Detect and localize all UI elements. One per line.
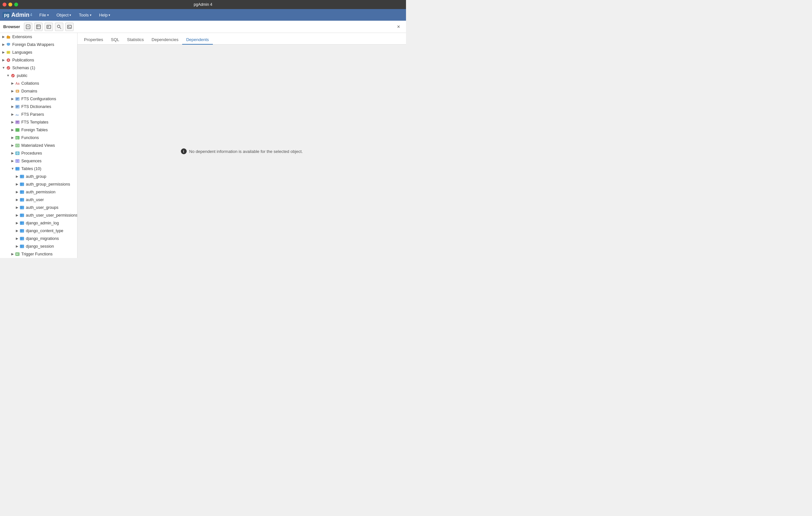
tree-item-auth-permission[interactable]: ▶ auth_permission — [0, 188, 77, 196]
svg-text:Aa: Aa — [16, 82, 20, 85]
maximize-window-button[interactable] — [14, 3, 18, 6]
extensions-label: Extensions — [12, 34, 32, 40]
info-icon: i — [181, 148, 187, 154]
titlebar: pgAdmin 4 — [0, 0, 406, 9]
toggle-foreign-tables: ▶ — [10, 127, 15, 133]
menu-help[interactable]: Help ▾ — [96, 11, 114, 19]
menu-object[interactable]: Object ▾ — [53, 11, 75, 19]
schemas-label: Schemas (1) — [12, 65, 35, 71]
toggle-django-admin-log: ▶ — [15, 220, 19, 226]
svg-rect-65 — [20, 206, 24, 209]
svg-rect-74 — [20, 229, 24, 233]
tree-item-languages[interactable]: ▶ Languages — [0, 49, 77, 56]
tree-item-functions[interactable]: ▶ f() Functions — [0, 134, 77, 142]
tree-item-auth-group[interactable]: ▶ auth_group — [0, 173, 77, 181]
tree-item-matviews[interactable]: ▶ Materialized Views — [0, 142, 77, 150]
minimize-window-button[interactable] — [8, 3, 12, 6]
toggle-fdw: ▶ — [1, 42, 6, 47]
svg-point-9 — [57, 25, 60, 27]
auth-user-perms-label: auth_user_user_permissions — [26, 212, 78, 219]
search-button[interactable] — [55, 23, 63, 31]
toggle-publications: ▶ — [1, 58, 6, 63]
tree-item-auth-user-perms[interactable]: ▶ auth_user_user_permissions — [0, 212, 77, 219]
auth-user-label: auth_user — [26, 196, 44, 203]
fdw-label: Foreign Data Wrappers — [12, 42, 54, 48]
close-window-button[interactable] — [3, 3, 6, 6]
traffic-lights — [3, 3, 18, 6]
svg-rect-59 — [20, 190, 24, 194]
tree-item-collations[interactable]: ▶ Aa Collations — [0, 80, 77, 87]
svg-rect-56 — [20, 183, 24, 186]
tree-item-auth-user[interactable]: ▶ auth_user — [0, 196, 77, 204]
tree-item-trigger-functions[interactable]: ▶ Trigger Functions — [0, 250, 77, 258]
close-button[interactable]: × — [395, 23, 403, 31]
tables-icon — [15, 166, 20, 171]
tab-dependents[interactable]: Dependents — [182, 35, 212, 45]
menubar: pg Admin 4 File ▾ Object ▾ Tools ▾ Help … — [0, 9, 406, 21]
toggle-languages: ▶ — [1, 50, 6, 55]
tab-sql[interactable]: SQL — [107, 35, 123, 45]
search-icon — [57, 25, 61, 29]
tree-item-sequences[interactable]: ▶ 1..3 Sequences — [0, 157, 77, 165]
tree-item-foreign-tables[interactable]: ▶ Foreign Tables — [0, 126, 77, 134]
object-button[interactable] — [24, 23, 32, 31]
toggle-collations: ▶ — [10, 81, 15, 86]
sql-button[interactable] — [45, 23, 53, 31]
tree-item-fts-config[interactable]: ▶ FTS Configurations — [0, 95, 77, 103]
tab-dependencies[interactable]: Dependencies — [148, 35, 182, 45]
toggle-fts-config: ▶ — [10, 96, 15, 102]
toggle-fts-parsers: ▶ — [10, 112, 15, 117]
table-view-button[interactable] — [34, 23, 42, 31]
tab-properties[interactable]: Properties — [80, 35, 107, 45]
tree-item-auth-user-groups[interactable]: ▶ auth_user_groups — [0, 204, 77, 212]
toggle-auth-permission: ▶ — [15, 189, 19, 195]
tree-item-publications[interactable]: ▶ Publications — [0, 56, 77, 64]
no-info-text: No dependent information is available fo… — [189, 149, 303, 154]
browser-tree: ▶ Extensions ▶ Foreign Data Wrappers ▶ L… — [0, 33, 78, 258]
tree-item-procedures[interactable]: ▶ Procedures — [0, 150, 77, 157]
functions-icon: f() — [15, 135, 20, 140]
django-session-icon — [19, 244, 25, 249]
django-content-type-label: django_content_type — [26, 227, 63, 234]
menu-file[interactable]: File ▾ — [36, 11, 52, 19]
auth-user-perms-icon — [19, 213, 25, 218]
terminal-button[interactable] — [65, 23, 74, 31]
svg-text:1..3: 1..3 — [16, 160, 19, 162]
tree-item-auth-group-perms[interactable]: ▶ auth_group_permissions — [0, 181, 77, 188]
tree-item-django-migrations[interactable]: ▶ django_migrations — [0, 235, 77, 243]
tree-item-django-session[interactable]: ▶ django_session — [0, 243, 77, 250]
object-icon — [26, 25, 30, 29]
tree-item-tables[interactable]: ▼ Tables (10) — [0, 165, 77, 173]
tree-item-django-content-type[interactable]: ▶ django_content_type — [0, 227, 77, 235]
toggle-procedures: ▶ — [10, 151, 15, 156]
toggle-django-migrations: ▶ — [15, 236, 19, 241]
logo-version: 4 — [30, 12, 32, 17]
tree-item-fdw[interactable]: ▶ Foreign Data Wrappers — [0, 41, 77, 49]
fdw-icon — [6, 42, 11, 47]
toggle-auth-user-perms: ▶ — [15, 213, 19, 218]
toggle-domains: ▶ — [10, 88, 15, 94]
tabs-bar: Properties SQL Statistics Dependencies D… — [78, 33, 406, 45]
menu-tools[interactable]: Tools ▾ — [76, 11, 94, 19]
tree-item-fts-dict[interactable]: ▶ FTS Dictionaries — [0, 103, 77, 111]
tree-item-fts-templates[interactable]: ▶ FTS Templates — [0, 118, 77, 126]
tables-label: Tables (10) — [21, 166, 41, 172]
trigger-functions-icon — [15, 251, 20, 257]
content-area: i No dependent information is available … — [78, 45, 406, 258]
procedures-label: Procedures — [21, 150, 42, 157]
tree-item-django-admin-log[interactable]: ▶ django_admin_log — [0, 219, 77, 227]
tree-item-fts-parsers[interactable]: ▶ Aa FTS Parsers — [0, 111, 77, 118]
tree-item-extensions[interactable]: ▶ Extensions — [0, 33, 77, 41]
tab-statistics[interactable]: Statistics — [123, 35, 148, 45]
right-panel: Properties SQL Statistics Dependencies D… — [78, 33, 406, 258]
toggle-extensions: ▶ — [1, 34, 6, 39]
domains-label: Domains — [21, 88, 37, 94]
toggle-public: ▼ — [6, 73, 10, 78]
tree-item-schemas[interactable]: ▼ Schemas (1) — [0, 64, 77, 72]
tree-item-domains[interactable]: ▶ Domains — [0, 87, 77, 95]
tree-item-public[interactable]: ▼ public — [0, 72, 77, 80]
procedures-icon — [15, 151, 20, 156]
svg-point-22 — [7, 66, 10, 70]
browser-label: Browser — [3, 24, 20, 29]
svg-rect-2 — [36, 25, 40, 29]
